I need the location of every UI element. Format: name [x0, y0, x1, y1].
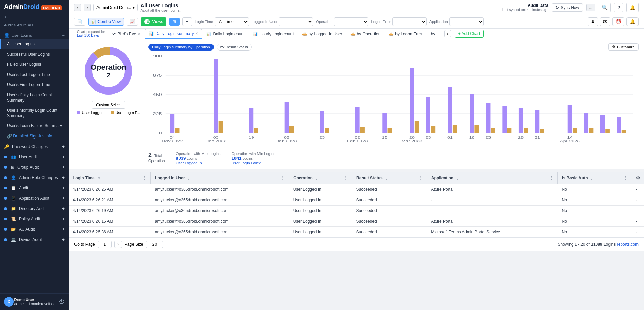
sidebar-section-user-logins[interactable]: 👤 User Logins − — [0, 30, 69, 39]
sidebar-group-admin-role-changes[interactable]: 👤 Admin Role Changes + — [0, 173, 69, 183]
svg-rect-26 — [388, 128, 392, 133]
filter-operation[interactable]: ⋮ — [314, 176, 318, 180]
schedule-button[interactable]: ⏰ — [612, 17, 624, 26]
menu-is-basic-auth[interactable]: ⋮ — [623, 176, 628, 180]
list-view-button[interactable]: 📄 — [74, 18, 85, 26]
cell-application: Azure Portal — [427, 216, 557, 227]
add-chart-button[interactable]: + Add Chart — [455, 30, 484, 38]
application-select[interactable] — [449, 17, 484, 26]
sidebar-group-audit[interactable]: 📋 Audit + — [0, 183, 69, 193]
menu-login-time[interactable]: ⋮ — [142, 176, 146, 180]
filter-arrow-button[interactable]: ▾ — [182, 17, 192, 26]
email-button[interactable]: ✉ — [600, 17, 610, 26]
by-logged-in-user-tab[interactable]: 🥧 by Logged In User — [298, 29, 346, 38]
svg-text:04: 04 — [170, 136, 175, 140]
sidebar-group-group-audit[interactable]: ⊞ Group Audit + — [0, 162, 69, 173]
filter-logged-user[interactable]: ⋮ — [187, 176, 190, 180]
expand-icon: + — [62, 144, 65, 149]
login-time-select[interactable]: All Time — [215, 17, 249, 26]
nav-back-button[interactable]: ‹ — [74, 4, 81, 11]
policy-icon: 📜 — [11, 217, 16, 221]
sidebar-item-last-logon-time[interactable]: User's Last Logon Time — [0, 70, 69, 80]
filter-is-basic-auth[interactable]: ⋮ — [590, 176, 593, 180]
filter-login-time[interactable]: ⋮ — [102, 176, 106, 180]
user-logins-collapse[interactable]: − — [62, 33, 65, 37]
sort-login-time[interactable]: ▼ — [97, 176, 101, 180]
custom-select-button[interactable]: Custom Select — [92, 101, 125, 109]
page-go-button[interactable]: › — [114, 241, 122, 248]
tabs-next-arrow[interactable]: › — [444, 30, 451, 37]
days-label[interactable]: Last 180 Days — [77, 34, 105, 37]
breadcrumb-dropdown[interactable]: AdminDroid Dem... ▾ — [93, 4, 138, 11]
menu-operation[interactable]: ⋮ — [344, 176, 348, 180]
help-button[interactable]: ? — [614, 3, 623, 12]
sidebar-item-failed-user-logins[interactable]: Failed User Logins — [0, 59, 69, 70]
stat-max-name[interactable]: User Logged In — [176, 161, 220, 165]
logon-error-select[interactable] — [392, 17, 427, 26]
stat-min-name[interactable]: User Login Failed — [232, 161, 275, 165]
table-settings-icon[interactable]: ⚙ — [636, 176, 640, 180]
sidebar-item-successful-user-logins[interactable]: Successful User Logins — [0, 49, 69, 60]
stat-operation-title: Operation — [148, 159, 165, 163]
notifications-button[interactable]: 🔔 — [626, 3, 639, 12]
sidebar-group-directory-audit[interactable]: 📁 Directory Audit + — [0, 203, 69, 214]
by-more-tab[interactable]: by ... — [427, 29, 444, 38]
filter-result-status[interactable]: ⋮ — [384, 176, 388, 180]
operation-select[interactable] — [334, 17, 368, 26]
sidebar-group-au-audit[interactable]: 📂 AU Audit + — [0, 224, 69, 234]
logged-in-user-select[interactable] — [279, 17, 313, 26]
sidebar-back-button[interactable]: ← — [0, 12, 69, 22]
sub-tab-operation[interactable]: Daily Login summary by Operation — [148, 44, 214, 51]
logins-label: Logins — [603, 242, 616, 247]
alert-button[interactable]: 🔔 — [626, 17, 639, 26]
menu-application[interactable]: ⋮ — [549, 176, 553, 180]
table-body: 4/14/2023 6:26:25 AM amy.tucker@o365droi… — [69, 184, 644, 237]
sidebar-group-policy-audit[interactable]: 📜 Policy Audit + — [0, 214, 69, 224]
birds-eye-tab[interactable]: 👁 Bird's Eye ✕ — [108, 29, 145, 38]
filter-button[interactable]: ⊞ — [169, 18, 180, 26]
by-logon-error-label: by Logon Error — [395, 32, 422, 36]
views-button[interactable]: 10 Views — [141, 17, 166, 26]
sync-now-button[interactable]: ↻ Sync Now — [552, 3, 583, 12]
list-icon: 📄 — [77, 19, 82, 24]
sidebar-group-device-audit[interactable]: 💻 Device Audit + — [0, 234, 69, 245]
by-logon-error-tab[interactable]: 🥧 by Logon Error — [385, 29, 426, 38]
birds-eye-close[interactable]: ✕ — [138, 32, 140, 36]
chart-icon-button[interactable]: 📈 — [127, 18, 138, 26]
page-number-input[interactable] — [98, 241, 112, 248]
th-settings[interactable]: ⚙ — [632, 172, 644, 184]
sidebar-item-monthly-login-count[interactable]: User's Monthly Login Count Summary — [0, 106, 69, 121]
sidebar-item-daily-login-count[interactable]: User's Daily Login Count Summary — [0, 90, 69, 106]
search-button[interactable]: 🔍 — [599, 3, 611, 12]
topbar: ‹ › AdminDroid Dem... ▾ All User Logins … — [69, 0, 644, 15]
daily-login-summary-tab[interactable]: 📊 Daily Login summary ✕ — [145, 29, 202, 39]
sidebar-group-application-audit[interactable]: 📱 Application Audit + — [0, 193, 69, 203]
combo-view-button[interactable]: 📊 Combo View — [88, 18, 124, 26]
sidebar-group-user-audit[interactable]: 👥 User Audit + — [0, 152, 69, 162]
daily-login-count-tab[interactable]: 📊 Daily Login count — [203, 29, 248, 38]
sub-tab-result-status[interactable]: by Result Status — [217, 44, 252, 51]
download-button[interactable]: ⬇ — [588, 17, 598, 26]
stat-min-logins: Operation with Min Logins 1041 Logins Us… — [232, 152, 275, 165]
menu-result-status[interactable]: ⋮ — [418, 176, 423, 180]
demo-user-name: Demo User — [14, 298, 59, 302]
reports-link[interactable]: reports.com — [617, 242, 639, 247]
sidebar-group-password-changes[interactable]: 🔑 Password Changes + — [0, 142, 69, 152]
sidebar-item-all-user-logins[interactable]: All User Logins — [0, 39, 69, 49]
daily-login-close[interactable]: ✕ — [195, 32, 198, 35]
menu-logged-user[interactable]: ⋮ — [280, 176, 285, 180]
more-options-button[interactable]: ... — [586, 4, 595, 11]
customize-button[interactable]: ⚙ Customize — [608, 43, 639, 51]
sidebar-item-login-failure-summary[interactable]: User's Login Failure Summary — [0, 121, 69, 131]
hourly-login-count-tab[interactable]: 📊 Hourly Login count — [249, 29, 297, 38]
download-icon: ⬇ — [591, 19, 595, 24]
filter-application[interactable]: ⋮ — [456, 176, 459, 180]
sidebar-item-detailed-signins[interactable]: 🔗 Detailed Sign-ins Info — [0, 131, 69, 142]
page-size-input[interactable] — [146, 241, 163, 248]
nav-forward-button[interactable]: › — [84, 4, 91, 11]
by-operation-tab[interactable]: 🥧 by Operation — [347, 29, 384, 38]
sidebar-item-first-logon-time[interactable]: User's First Logon Time — [0, 80, 69, 90]
views-label: Views — [152, 19, 163, 24]
svg-text:0: 0 — [159, 131, 162, 135]
power-button[interactable]: ⏻ — [59, 299, 65, 305]
